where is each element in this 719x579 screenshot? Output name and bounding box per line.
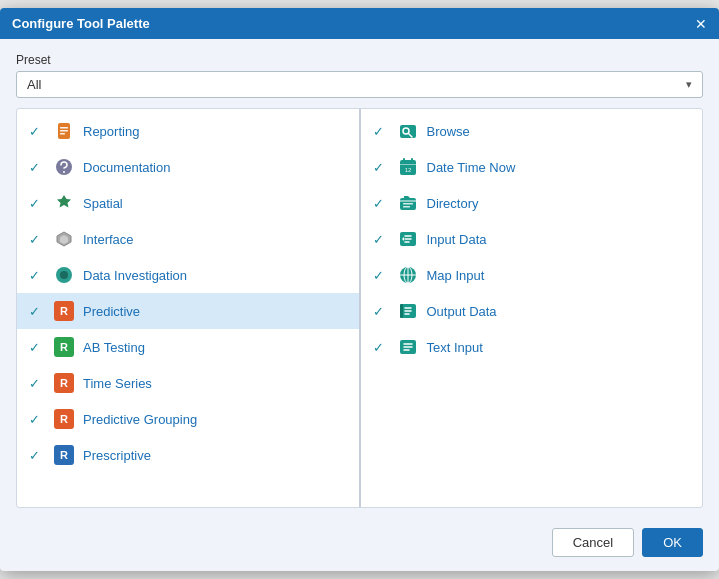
svg-rect-20 [403,206,410,208]
list-item-map-input[interactable]: ✓Map Input [361,257,703,293]
svg-rect-27 [400,304,403,318]
check-icon: ✓ [373,196,389,211]
svg-text:12: 12 [404,167,411,173]
date-time-now-label: Date Time Now [427,160,516,175]
browse-icon [397,120,419,142]
check-icon: ✓ [29,304,45,319]
directory-icon [397,192,419,214]
list-item-interface[interactable]: ✓Interface [17,221,359,257]
check-icon: ✓ [373,340,389,355]
interface-icon [53,228,75,250]
list-item-ab-testing[interactable]: ✓RAB Testing [17,329,359,365]
preset-label: Preset [16,53,703,67]
directory-label: Directory [427,196,479,211]
check-icon: ✓ [29,268,45,283]
output-data-icon [397,300,419,322]
list-item-directory[interactable]: ✓Directory [361,185,703,221]
cancel-button[interactable]: Cancel [552,528,634,557]
check-icon: ✓ [373,268,389,283]
tool-lists: ✓Reporting✓Documentation✓Spatial✓Interfa… [16,108,703,508]
list-item-text-input[interactable]: ✓Text Input [361,329,703,365]
spatial-label: Spatial [83,196,123,211]
ok-button[interactable]: OK [642,528,703,557]
list-item-documentation[interactable]: ✓Documentation [17,149,359,185]
text-input-icon [397,336,419,358]
data-investigation-icon [53,264,75,286]
svg-rect-15 [411,158,413,162]
list-item-input-data[interactable]: ✓Input Data [361,221,703,257]
svg-rect-1 [60,127,68,129]
dialog-body: Preset All ▾ ✓Reporting✓Documentation✓Sp… [0,39,719,518]
prescriptive-label: Prescriptive [83,448,151,463]
check-icon: ✓ [29,340,45,355]
svg-rect-16 [400,164,416,165]
check-icon: ✓ [29,196,45,211]
map-input-icon [397,264,419,286]
interface-label: Interface [83,232,134,247]
check-icon: ✓ [29,376,45,391]
list-item-output-data[interactable]: ✓Output Data [361,293,703,329]
svg-rect-2 [60,130,68,132]
list-item-data-investigation[interactable]: ✓Data Investigation [17,257,359,293]
prescriptive-icon: R [53,444,75,466]
data-investigation-label: Data Investigation [83,268,187,283]
check-icon: ✓ [373,160,389,175]
documentation-label: Documentation [83,160,170,175]
list-item-prescriptive[interactable]: ✓RPrescriptive [17,437,359,473]
list-item-reporting[interactable]: ✓Reporting [17,113,359,149]
close-button[interactable]: ✕ [695,17,707,31]
svg-point-9 [60,271,68,279]
output-data-label: Output Data [427,304,497,319]
check-icon: ✓ [29,160,45,175]
browse-label: Browse [427,124,470,139]
input-data-label: Input Data [427,232,487,247]
svg-point-5 [63,171,65,173]
reporting-icon [53,120,75,142]
predictive-grouping-label: Predictive Grouping [83,412,197,427]
chevron-down-icon: ▾ [686,78,692,91]
dialog-title: Configure Tool Palette [12,16,150,31]
list-item-predictive-grouping[interactable]: ✓RPredictive Grouping [17,401,359,437]
predictive-label: Predictive [83,304,140,319]
reporting-label: Reporting [83,124,139,139]
time-series-icon: R [53,372,75,394]
check-icon: ✓ [373,304,389,319]
spatial-icon [53,192,75,214]
predictive-grouping-icon: R [53,408,75,430]
left-list: ✓Reporting✓Documentation✓Spatial✓Interfa… [17,109,361,507]
map-input-label: Map Input [427,268,485,283]
list-item-browse[interactable]: ✓Browse [361,113,703,149]
svg-rect-14 [403,158,405,162]
ab-testing-icon: R [53,336,75,358]
title-bar: Configure Tool Palette ✕ [0,8,719,39]
check-icon: ✓ [373,232,389,247]
check-icon: ✓ [29,448,45,463]
list-item-spatial[interactable]: ✓Spatial [17,185,359,221]
right-list: ✓Browse✓12Date Time Now✓Directory✓Input … [361,109,703,507]
date-time-now-icon: 12 [397,156,419,178]
preset-select[interactable]: All ▾ [16,71,703,98]
input-data-icon [397,228,419,250]
check-icon: ✓ [29,232,45,247]
configure-tool-palette-dialog: Configure Tool Palette ✕ Preset All ▾ ✓R… [0,8,719,571]
list-item-date-time-now[interactable]: ✓12Date Time Now [361,149,703,185]
predictive-icon: R [53,300,75,322]
svg-rect-19 [403,203,413,205]
dialog-footer: Cancel OK [0,518,719,571]
time-series-label: Time Series [83,376,152,391]
preset-value: All [27,77,41,92]
svg-rect-3 [60,133,65,135]
text-input-label: Text Input [427,340,483,355]
documentation-icon [53,156,75,178]
check-icon: ✓ [29,124,45,139]
list-item-predictive[interactable]: ✓RPredictive [17,293,359,329]
list-item-time-series[interactable]: ✓RTime Series [17,365,359,401]
ab-testing-label: AB Testing [83,340,145,355]
check-icon: ✓ [29,412,45,427]
check-icon: ✓ [373,124,389,139]
